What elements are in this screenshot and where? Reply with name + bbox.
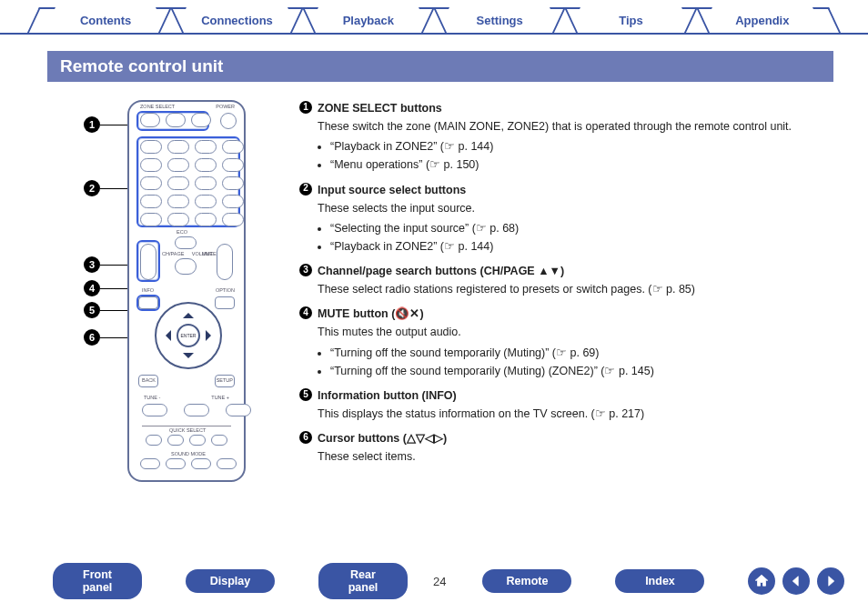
page-number: 24 — [433, 575, 446, 588]
item-4-bullet-0[interactable]: “Turning off the sound temporarily (Muti… — [330, 345, 833, 361]
section-heading: Remote control unit — [47, 51, 833, 82]
item-2-bullet-0[interactable]: “Selecting the input source” (☞ p. 68) — [330, 220, 833, 236]
tab-appendix[interactable]: Appendix — [697, 7, 828, 33]
main-content: 1 2 3 4 5 6 ZONE SELECT POWER — [0, 82, 868, 491]
label-quick-select: QUICK SELECT — [169, 427, 206, 433]
item-2-bullet-1[interactable]: “Playback in ZONE2” (☞ p. 144) — [330, 238, 833, 255]
label-volume: VOLUME — [192, 251, 213, 256]
label-tune-minus: TUNE - — [144, 395, 160, 400]
item-5-title: Information button (INFO) — [318, 387, 457, 404]
item-2-title: Input source select buttons — [318, 182, 466, 198]
tab-contents[interactable]: Contents — [40, 7, 171, 33]
pill-display[interactable]: Display — [186, 569, 275, 593]
top-nav: Contents Connections Playback Settings T… — [0, 0, 868, 35]
pill-index[interactable]: Index — [615, 569, 704, 593]
item-3-desc: These select radio stations registered t… — [318, 281, 833, 297]
prev-page-icon[interactable] — [782, 567, 810, 595]
label-eco: ECO — [177, 229, 187, 235]
label-chpage: CH/PAGE — [162, 251, 184, 256]
item-6-desc: These select items. — [318, 448, 833, 465]
tab-settings[interactable]: Settings — [434, 7, 565, 33]
item-1-bullet-1[interactable]: “Menu operations” (☞ p. 150) — [330, 156, 833, 173]
label-tune-plus: TUNE + — [211, 395, 229, 400]
next-page-icon[interactable] — [817, 567, 844, 595]
label-info: INFO — [142, 287, 154, 293]
item-1-desc: These switch the zone (MAIN ZONE, ZONE2)… — [318, 118, 833, 135]
item-3: 3Channel/page search buttons (CH/PAGE ▲▼… — [299, 263, 833, 297]
item-1-title: ZONE SELECT buttons — [318, 100, 442, 116]
pill-remote[interactable]: Remote — [482, 569, 571, 593]
bottom-nav: Front panel Display Rear panel 24 Remote… — [0, 563, 868, 599]
item-6-title: Cursor buttons (△▽◁▷) — [318, 430, 447, 446]
cursor-pad: ENTER — [155, 302, 222, 369]
description-column: 1ZONE SELECT buttons These switch the zo… — [299, 100, 833, 491]
label-zone-select: ZONE SELECT — [140, 104, 175, 109]
item-4: 4MUTE button (🔇✕) This mutes the output … — [299, 306, 833, 379]
pill-front-panel[interactable]: Front panel — [53, 563, 142, 599]
item-1: 1ZONE SELECT buttons These switch the zo… — [299, 100, 833, 174]
item-2: 2Input source select buttons These selec… — [299, 182, 833, 256]
home-icon[interactable] — [748, 567, 775, 595]
tab-tips[interactable]: Tips — [565, 7, 696, 33]
mute-button-diagram — [175, 258, 197, 275]
item-2-desc: These selects the input source. — [318, 200, 833, 216]
item-3-title: Channel/page search buttons (CH/PAGE ▲▼) — [318, 263, 564, 279]
tab-playback[interactable]: Playback — [303, 7, 434, 33]
item-4-title: MUTE button (🔇✕) — [318, 306, 424, 322]
label-option: OPTION — [216, 287, 235, 293]
item-5-desc: This displays the status information on … — [318, 406, 833, 422]
item-5: 5Information button (INFO) This displays… — [299, 387, 833, 422]
pill-rear-panel[interactable]: Rear panel — [318, 563, 408, 599]
item-6: 6Cursor buttons (△▽◁▷) These select item… — [299, 430, 833, 465]
remote-illustration-column: 1 2 3 4 5 6 ZONE SELECT POWER — [47, 100, 279, 491]
tab-connections[interactable]: Connections — [171, 7, 302, 33]
label-sound-mode: SOUND MODE — [171, 451, 206, 456]
remote-body: ZONE SELECT POWER CH/PAGE ECO — [127, 100, 246, 482]
item-1-bullet-0[interactable]: “Playback in ZONE2” (☞ p. 144) — [330, 138, 833, 155]
item-4-bullet-1[interactable]: “Turning off the sound temporarily (Muti… — [330, 363, 833, 379]
manual-page: { "topnav": ["Contents","Connections","P… — [0, 0, 868, 612]
label-power: POWER — [216, 104, 235, 109]
item-4-desc: This mutes the output audio. — [318, 324, 833, 340]
